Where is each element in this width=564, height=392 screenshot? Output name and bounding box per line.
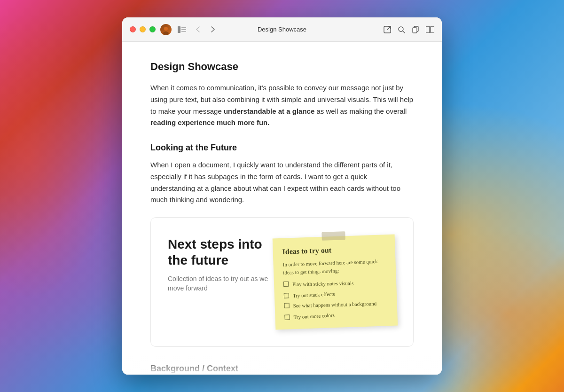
svg-line-9: [403, 31, 405, 33]
intro-bold2: reading experience much more fun.: [150, 118, 269, 126]
sidebar-toggle-button[interactable]: [176, 24, 188, 35]
sticky-item-3: See what happens without a background: [284, 300, 388, 309]
svg-rect-2: [178, 26, 180, 33]
section2-title: Background / Context: [150, 364, 414, 374]
maximize-button[interactable]: [149, 26, 156, 32]
svg-rect-4: [181, 29, 186, 30]
close-button[interactable]: [130, 26, 136, 32]
intro-text-part2: as well as making the overall: [314, 107, 407, 115]
card-subtitle: Collection of ideas to try out as we mov…: [168, 274, 271, 293]
traffic-lights: [130, 26, 156, 32]
sticky-note: Ideas to try out In order to move forwar…: [273, 235, 398, 330]
titlebar: Design Showcase: [122, 17, 442, 42]
card-title: Next steps into the future: [168, 236, 271, 268]
svg-rect-11: [413, 28, 417, 33]
svg-rect-5: [181, 31, 186, 32]
section1-text: When I open a document, I quickly want t…: [150, 159, 414, 206]
checkbox-2[interactable]: [284, 293, 289, 298]
sticky-item-2: Try out stack effects: [284, 288, 387, 299]
intro-bold1: understandable at a glance: [224, 107, 314, 115]
content-area: Design Showcase When it comes to communi…: [122, 42, 442, 375]
intro-paragraph: When it comes to communication, it's pos…: [150, 82, 414, 129]
checkbox-3[interactable]: [284, 303, 290, 308]
svg-rect-3: [181, 27, 186, 28]
window-title: Design Showcase: [258, 26, 306, 33]
featured-card[interactable]: Next steps into the future Collection of…: [150, 217, 414, 347]
page-title: Design Showcase: [150, 61, 414, 73]
toolbar-right: [384, 26, 434, 33]
sticky-checklist: Play with sticky notes visuals Try out s…: [283, 278, 388, 320]
svg-rect-13: [431, 26, 434, 33]
nav-buttons: [192, 24, 219, 35]
svg-point-8: [399, 27, 403, 31]
svg-point-1: [163, 31, 169, 35]
checkbox-1[interactable]: [283, 282, 289, 287]
card-content: Next steps into the future Collection of…: [168, 236, 271, 293]
sticky-item-1: Play with sticky notes visuals: [283, 279, 387, 288]
svg-point-0: [164, 27, 168, 31]
forward-button[interactable]: [207, 24, 219, 35]
search-button[interactable]: [398, 26, 405, 33]
sticky-subtitle: In order to move forward here are some q…: [282, 257, 386, 276]
browser-window: Design Showcase Design Showcase When it …: [122, 17, 442, 375]
minimize-button[interactable]: [140, 26, 146, 32]
copy-button[interactable]: [412, 26, 419, 33]
sticky-tape: [321, 231, 345, 241]
new-tab-button[interactable]: [384, 26, 391, 33]
sticky-item-4: Try out more colors: [284, 309, 388, 321]
sticky-title: Ideas to try out: [282, 244, 385, 256]
avatar: [160, 24, 172, 35]
section1-title: Looking at the Future: [150, 143, 414, 153]
checkbox-4[interactable]: [284, 314, 290, 320]
layout-button[interactable]: [426, 26, 434, 33]
svg-rect-12: [426, 26, 430, 33]
svg-line-7: [387, 26, 391, 30]
back-button[interactable]: [192, 24, 204, 35]
